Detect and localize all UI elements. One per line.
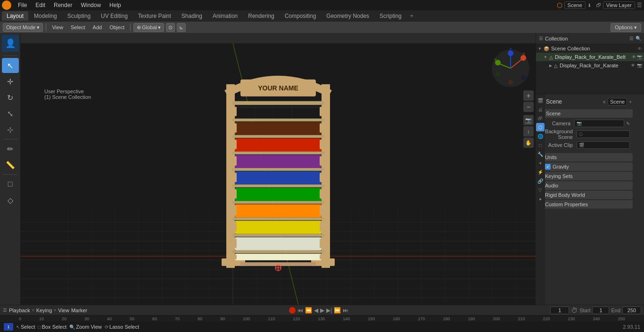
tab-compositing[interactable]: Compositing [280, 11, 321, 21]
scene-collection-visibility[interactable]: 👁 [637, 46, 642, 51]
outliner-item-display-rack-child[interactable]: ▶ △ Display_Rack_for_Karate 👁 📷 [536, 61, 644, 70]
object-menu-btn[interactable]: Object [107, 24, 127, 31]
play-btn[interactable]: ▶ [320, 307, 324, 314]
menu-edit[interactable]: Edit [32, 1, 49, 9]
status-lasso[interactable]: ⟳ Lasso Select [105, 324, 139, 330]
gravity-checkbox[interactable]: ✓ [545, 164, 551, 170]
start-frame-input[interactable]: 1 [592, 307, 609, 314]
tab-sculpting[interactable]: Sculpting [63, 11, 95, 21]
next-frame-btn[interactable]: ▶| [326, 307, 332, 314]
bg-scene-value[interactable]: ⬡ [577, 130, 630, 138]
karate-rack-object[interactable]: YOUR NAME [222, 56, 335, 283]
next-keyframe-btn[interactable]: ⏩ [334, 307, 341, 314]
props-world-icon[interactable]: 🌐 [536, 132, 545, 140]
tab-layout[interactable]: Layout [2, 11, 28, 21]
marker-btn[interactable]: Marker [71, 308, 87, 313]
tool-cursor[interactable]: ↖ [2, 58, 19, 73]
keying-btn[interactable]: Keying [36, 308, 52, 313]
tab-modeling[interactable]: Modeling [29, 11, 62, 21]
tab-animation[interactable]: Animation [208, 11, 242, 21]
props-view-layer-icon[interactable]: 🗗 [536, 114, 545, 122]
orbit-btn[interactable]: ↕ [523, 126, 534, 137]
jump-end-btn[interactable]: ⏭ [343, 307, 348, 314]
props-custom-props-header[interactable]: Custom Properties [537, 200, 633, 209]
props-browse-scene[interactable]: ≡ [603, 99, 606, 105]
prev-frame-btn[interactable]: ◀ [314, 307, 318, 314]
menu-render[interactable]: Render [50, 1, 76, 9]
camera-view-btn[interactable]: 📷 [523, 115, 534, 125]
view-btn[interactable]: View [58, 308, 69, 313]
props-object-icon[interactable]: □ [536, 141, 545, 149]
navigation-gizmo[interactable]: X Y Z [489, 47, 532, 89]
status-zoom[interactable]: 🔍 Zoom View [69, 324, 102, 330]
status-select[interactable]: ↖ Select [16, 324, 35, 330]
3d-viewport[interactable]: User Perspective (1) Scene Collection YO… [21, 43, 536, 305]
tab-uv-editing[interactable]: UV Editing [96, 11, 132, 21]
timeline-ruler[interactable]: 01020304050 60708090100110 1201301401501… [0, 316, 644, 322]
menu-help[interactable]: Help [106, 1, 125, 9]
outliner-item-scene-collection[interactable]: ▼ 📦 Scene Collection 👁 [536, 44, 644, 53]
tool-add-extra[interactable]: ◇ [2, 193, 19, 208]
child-visibility-icon[interactable]: 👁 [631, 63, 635, 68]
tool-scale[interactable]: ⤡ [2, 106, 19, 121]
status-box-select[interactable]: □ Box Select [38, 324, 67, 330]
zoom-out-btn[interactable]: − [523, 102, 534, 112]
playback-btn[interactable]: Playback [9, 308, 30, 313]
view-layer-filter[interactable]: ☰ [637, 2, 642, 8]
select-menu-btn[interactable]: Select [68, 24, 88, 31]
pan-btn[interactable]: ✋ [523, 138, 534, 148]
view-menu-btn[interactable]: View [49, 24, 66, 31]
props-gravity-header[interactable]: ✓ Gravity [537, 162, 633, 171]
add-workspace-button[interactable]: + [407, 11, 416, 21]
active-clip-value[interactable]: 🎬 [577, 141, 630, 149]
transform-global-btn[interactable]: ⊕ Global ▾ [133, 23, 164, 32]
child-render-icon[interactable]: 📷 [637, 63, 642, 68]
props-constraints-icon[interactable]: 🔗 [536, 177, 545, 185]
tool-add-cube[interactable]: □ [2, 177, 19, 192]
current-frame-input[interactable]: 1 [550, 307, 569, 314]
props-modifiers-icon[interactable]: 🔧 [536, 150, 545, 158]
snap-btn[interactable]: ⊙ [166, 23, 175, 32]
camera-picker-btn[interactable]: ✎ [626, 121, 630, 126]
visibility-icon[interactable]: 👁 [632, 55, 636, 59]
menu-file[interactable]: File [14, 1, 31, 9]
options-btn[interactable]: Options ▾ [611, 23, 641, 32]
prev-keyframe-btn[interactable]: ⏪ [305, 307, 312, 314]
tab-geometry-nodes[interactable]: Geometry Nodes [322, 11, 374, 21]
tool-annotate[interactable]: ✏ [2, 141, 19, 156]
end-frame-input[interactable]: 250 [622, 307, 641, 314]
props-output-icon[interactable]: 🖨 [536, 105, 545, 113]
props-rigid-body-header[interactable]: Rigid Body World [537, 191, 633, 199]
props-render-icon[interactable]: 🎬 [536, 96, 545, 105]
menu-window[interactable]: Window [77, 1, 105, 9]
scene-name-input[interactable]: Scene [564, 1, 586, 9]
props-new-scene[interactable]: + [629, 99, 632, 105]
tab-texture-paint[interactable]: Texture Paint [133, 11, 176, 21]
render-vis-icon[interactable]: 📷 [637, 55, 642, 59]
tab-scripting[interactable]: Scripting [375, 11, 406, 21]
camera-value[interactable]: 📷 [574, 120, 624, 127]
outliner-menu-btn[interactable]: ☰ [539, 36, 543, 41]
props-physics-icon[interactable]: ⚡ [536, 168, 545, 176]
view-layer-name[interactable]: View Layer [603, 1, 635, 9]
proportional-edit-btn[interactable]: ⊾ [177, 23, 186, 32]
props-particles-icon[interactable]: ✦ [536, 159, 545, 167]
zoom-in-btn[interactable]: + [523, 90, 534, 101]
outliner-filter-btn[interactable]: ☰ [629, 36, 634, 41]
tool-measure[interactable]: 📏 [2, 157, 19, 172]
tool-rotate[interactable]: ↻ [2, 90, 19, 105]
props-data-icon[interactable]: ▽ [536, 186, 545, 194]
tab-shading[interactable]: Shading [177, 11, 207, 21]
tool-transform[interactable]: ⊹ [2, 122, 19, 137]
props-scene-name-input[interactable]: Scene [608, 98, 627, 105]
props-audio-header[interactable]: Audio [537, 181, 633, 190]
keyframe-record-btn[interactable] [289, 307, 296, 314]
props-material-icon[interactable]: ● [536, 194, 545, 203]
outliner-item-display-rack-parent[interactable]: ▼ △ Display_Rack_for_Karate_Belt 👁 📷 [536, 53, 644, 61]
props-units-header[interactable]: Units [537, 153, 633, 162]
props-scene-section-header[interactable]: Scene [537, 109, 633, 118]
props-keying-header[interactable]: Keying Sets [537, 172, 633, 180]
timeline-menu-btn[interactable]: ☰ [3, 308, 7, 313]
jump-start-btn[interactable]: ⏮ [297, 307, 303, 314]
mode-selector[interactable]: Object Mode ▾ [3, 23, 43, 32]
